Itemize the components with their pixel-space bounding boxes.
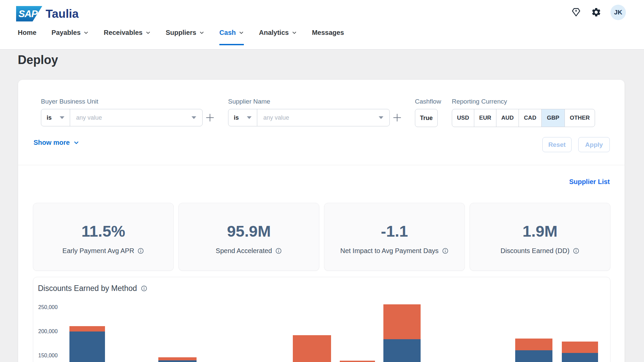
chart-title-text: Discounts Earned by Method xyxy=(38,284,137,293)
bar-segment-blue[interactable] xyxy=(515,350,552,362)
operator-value: is xyxy=(47,114,52,121)
supplier-name-operator-select[interactable]: is xyxy=(228,109,257,126)
bar-segment-orange[interactable] xyxy=(383,304,421,339)
nav-label: Suppliers xyxy=(166,29,196,37)
brand-name: Taulia xyxy=(46,7,79,20)
buyer-business-unit-filter: is any value xyxy=(41,109,203,126)
chevron-down-icon xyxy=(84,30,89,35)
operator-value: is xyxy=(234,114,239,121)
kpi-value: -1.1 xyxy=(381,222,408,240)
kpi-card-net-impact-avg-payment-days: -1.1 Net Impact to Avg Payment Days xyxy=(324,203,465,271)
y-axis-tick-label: 200,000 xyxy=(38,328,58,335)
currency-option-other[interactable]: OTHER xyxy=(565,109,595,127)
bar-segment-orange[interactable] xyxy=(562,342,598,353)
bar-segment-blue[interactable] xyxy=(383,339,421,362)
info-icon[interactable] xyxy=(275,247,282,254)
add-buyer-business-unit-filter-icon[interactable] xyxy=(205,113,215,122)
currency-option-eur[interactable]: EUR xyxy=(474,109,496,127)
kpi-card-discounts-earned-dd: 1.9M Discounts Earned (DD) xyxy=(470,203,610,271)
chevron-down-icon xyxy=(379,116,383,119)
buyer-business-unit-value-select[interactable]: any value xyxy=(70,109,202,126)
y-axis-tick-label: 150,000 xyxy=(38,353,58,359)
currency-option-aud[interactable]: AUD xyxy=(496,109,519,127)
info-icon[interactable] xyxy=(137,247,144,254)
bar-segment-orange[interactable] xyxy=(515,339,552,350)
discounts-earned-by-method-chart-card: Discounts Earned by Method 250,000200,00… xyxy=(33,277,610,362)
bar-segment-blue[interactable] xyxy=(562,353,598,362)
info-icon[interactable] xyxy=(141,285,148,292)
cashflow-toggle[interactable]: True xyxy=(415,109,438,127)
kpi-value: 11.5% xyxy=(82,222,125,240)
y-axis-tick-label: 250,000 xyxy=(38,304,58,310)
chevron-down-icon xyxy=(146,30,151,35)
kpi-label: Discounts Earned (DD) xyxy=(500,247,580,255)
info-icon[interactable] xyxy=(442,247,449,254)
info-icon[interactable] xyxy=(573,247,580,254)
gear-icon[interactable] xyxy=(591,7,601,17)
chevron-down-icon xyxy=(247,116,252,119)
supplier-name-filter: is any value xyxy=(228,109,390,126)
currency-option-gbp[interactable]: GBP xyxy=(542,109,565,127)
nav-item-payables[interactable]: Payables xyxy=(52,29,89,45)
nav-item-receivables[interactable]: Receivables xyxy=(104,29,151,45)
cashflow-value: True xyxy=(420,115,433,122)
currency-option-cad[interactable]: CAD xyxy=(519,109,542,127)
kpi-row: 11.5% Early Payment Avg APR 95.9M Spend … xyxy=(33,203,610,271)
main-nav: Home Payables Receivables Suppliers Cash… xyxy=(18,29,344,45)
bar-segment-orange[interactable] xyxy=(293,335,331,362)
bar-segment-blue[interactable] xyxy=(69,331,105,362)
bar-segment-blue[interactable] xyxy=(158,360,197,362)
show-more-link[interactable]: Show more xyxy=(34,139,79,146)
nav-label: Home xyxy=(18,29,37,37)
chevron-down-icon xyxy=(199,30,204,35)
cashflow-label: Cashflow xyxy=(415,98,441,105)
gem-icon[interactable] xyxy=(571,7,581,17)
reset-button[interactable]: Reset xyxy=(542,137,572,152)
show-more-label: Show more xyxy=(34,139,70,146)
currency-option-usd[interactable]: USD xyxy=(452,109,474,127)
buyer-business-unit-operator-select[interactable]: is xyxy=(41,109,70,126)
sap-taulia-logo[interactable]: SAP Taulia xyxy=(16,6,79,21)
chevron-down-icon xyxy=(292,30,297,35)
nav-item-cash[interactable]: Cash xyxy=(219,29,244,45)
chevron-down-icon xyxy=(239,30,244,35)
nav-item-messages[interactable]: Messages xyxy=(312,29,344,45)
sap-logo-text: SAP xyxy=(18,8,38,19)
sap-logo-mark: SAP xyxy=(16,6,42,21)
bar-segment-orange[interactable] xyxy=(340,361,375,362)
bar-segment-orange[interactable] xyxy=(158,357,197,360)
chevron-down-icon xyxy=(192,116,196,119)
avatar[interactable]: JK xyxy=(610,5,626,20)
chevron-down-icon xyxy=(73,140,79,145)
value-placeholder: any value xyxy=(76,114,102,121)
apply-label: Apply xyxy=(585,141,603,148)
supplier-list-link[interactable]: Supplier List xyxy=(569,178,610,186)
add-supplier-name-filter-icon[interactable] xyxy=(392,113,402,122)
kpi-value: 1.9M xyxy=(523,222,558,240)
chevron-down-icon xyxy=(60,116,64,119)
reporting-currency-segmented-control: USD EUR AUD CAD GBP OTHER xyxy=(452,109,595,127)
apply-button[interactable]: Apply xyxy=(578,137,610,152)
buyer-business-unit-label: Buyer Business Unit xyxy=(41,98,98,105)
kpi-value: 95.9M xyxy=(227,222,271,240)
nav-item-analytics[interactable]: Analytics xyxy=(259,29,297,45)
supplier-name-value-select[interactable]: any value xyxy=(257,109,389,126)
kpi-label: Early Payment Avg APR xyxy=(62,247,144,255)
kpi-card-early-payment-avg-apr: 11.5% Early Payment Avg APR xyxy=(33,203,174,271)
reporting-currency-label: Reporting Currency xyxy=(452,98,507,105)
nav-label: Analytics xyxy=(259,29,289,37)
kpi-label-text: Discounts Earned (DD) xyxy=(500,247,570,255)
nav-item-suppliers[interactable]: Suppliers xyxy=(166,29,204,45)
kpi-label-text: Net Impact to Avg Payment Days xyxy=(340,247,438,255)
page-title: Deploy xyxy=(18,53,58,67)
nav-item-home[interactable]: Home xyxy=(18,29,37,45)
chart-title: Discounts Earned by Method xyxy=(38,284,148,293)
kpi-card-spend-accelerated: 95.9M Spend Accelerated xyxy=(178,203,319,271)
nav-label: Payables xyxy=(52,29,81,37)
kpi-label: Spend Accelerated xyxy=(216,247,282,255)
supplier-name-label: Supplier Name xyxy=(228,98,270,105)
top-navigation-bar: SAP Taulia Home Payables Receivables Sup… xyxy=(0,0,644,50)
bar-segment-orange[interactable] xyxy=(69,326,105,331)
value-placeholder: any value xyxy=(263,114,289,121)
deploy-main-card: Buyer Business Unit is any value Supplie… xyxy=(18,80,625,362)
